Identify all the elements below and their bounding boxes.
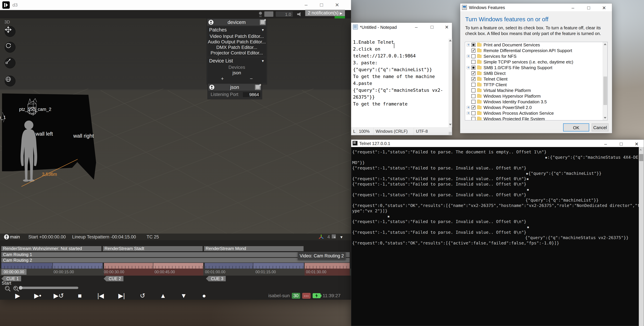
close-button[interactable]: ✕ [599,5,609,11]
feature-checkbox[interactable] [472,117,476,120]
feature-checkbox[interactable] [472,94,476,98]
device-manager-header[interactable]: devicem [208,19,266,26]
listening-port-value[interactable]: 9864 [243,92,260,97]
layer-segment[interactable]: RenderStream Wohnzimmer: Not started [1,246,102,251]
transport-button[interactable]: ▶• [30,292,45,299]
layer-segment[interactable]: RenderStream Stadt [103,246,202,251]
globe-tool-button[interactable] [5,76,16,86]
minimize-button[interactable]: – [411,24,421,30]
resize-grip[interactable] [448,132,452,135]
chevron-down-icon[interactable]: ▼ [261,27,264,33]
transport-button[interactable]: ↺ [135,292,150,299]
device-list-header[interactable]: Device List ▼ [208,57,266,64]
close-button[interactable]: ✕ [632,141,642,147]
layers-icon[interactable] [332,234,336,238]
patch-editor-item[interactable]: Audio Output Patch Editor... [208,39,266,44]
maximize-button[interactable]: □ [316,2,327,8]
scroll-up-icon[interactable]: ^ [640,148,642,153]
maximize-button[interactable]: □ [616,141,626,147]
ok-button[interactable]: OK [563,123,589,132]
remove-device-button[interactable]: − [250,76,253,82]
rotate-tool-button[interactable] [5,42,16,53]
cue-tag[interactable]: CUE 3 [206,276,226,281]
speaker-icon[interactable] [297,12,302,16]
scrollbar-thumb[interactable] [639,154,643,161]
notepad-scrollbar[interactable] [448,39,452,127]
maximize-button[interactable]: □ [427,24,437,30]
volume-value[interactable]: 1.0 [276,11,293,17]
scrollbar-thumb[interactable] [604,77,607,105]
layer-segment[interactable]: RenderStream Mond [204,246,304,251]
expand-icon[interactable] [467,43,470,46]
viewport-mode-label[interactable]: 3D [4,19,10,25]
features-list[interactable]: Print and Document Services Remote Diffe… [465,42,608,120]
feature-row[interactable]: Windows PowerShell 2.0 [465,105,608,110]
feature-checkbox[interactable] [472,54,476,58]
transport-button[interactable]: |◀ [93,292,108,299]
features-title-bar[interactable]: Windows Features – □ ✕ [460,3,612,11]
edit-note-icon[interactable] [255,85,260,90]
transport-button[interactable]: ▶↺ [51,292,66,299]
feature-row[interactable]: Windows Hypervisor Platform [465,93,608,99]
timeline-ruler[interactable]: 00:00:00.0000:00:15.0000:00:30.0000:00:4… [0,269,351,276]
features-scrollbar[interactable] [603,42,608,120]
feature-checkbox[interactable] [472,100,476,104]
feature-checkbox[interactable] [472,111,476,115]
feature-row[interactable]: SMB Direct [465,70,608,76]
camera-label[interactable]: ptz_150_cam_2 [19,107,51,112]
scroll-down-icon[interactable] [449,124,452,125]
feature-row[interactable]: Simple TCPIP services (i.e. echo, daytim… [465,59,608,65]
maximize-button[interactable]: □ [584,5,594,10]
patch-editor-item[interactable]: Projector Control Editor... [208,50,266,56]
feature-row[interactable]: Windows Projected File System [465,116,608,120]
feature-checkbox[interactable] [472,43,476,47]
telnet-scrollbar[interactable]: ^ [639,147,644,326]
d3-title-bar[interactable]: d3 – □ ✕ [0,0,351,10]
notepad-text-area[interactable]: 1.Enable Telnet2.click ontelnet://127.0.… [351,39,448,127]
zoom-slider-handle[interactable] [19,286,22,290]
patch-editor-item[interactable]: Video Input Patch Editor... [208,33,266,39]
transport-button[interactable]: ▶| [114,292,129,299]
close-button[interactable]: ✕ [442,24,452,30]
telnet-title-bar[interactable]: Telnet 127.0.0.1 – □ ✕ [351,140,644,147]
json-device-header[interactable]: json [208,84,261,91]
move-tool-button[interactable] [5,26,16,37]
track-name[interactable]: main [10,234,20,240]
chevron-down-icon[interactable]: ▼ [261,58,264,64]
feature-row[interactable]: SMB 1.0/CIFS File Sharing Support [465,65,608,70]
minimize-button[interactable]: – [600,141,611,147]
add-device-button[interactable]: + [221,76,224,82]
minimize-button[interactable]: – [300,2,312,8]
zoom-in-icon[interactable] [14,286,18,290]
feature-row[interactable]: Virtual Machine Platform [465,88,608,93]
timeline-zoom-slider[interactable] [20,287,78,289]
transport-button[interactable]: ▲ [156,292,170,299]
feature-checkbox[interactable] [472,88,476,92]
feature-row[interactable]: TFTP Client [465,82,608,88]
minimize-button[interactable]: – [568,5,578,10]
scroll-up-icon[interactable] [604,43,606,45]
transport-button[interactable]: ● [196,292,212,299]
feature-row[interactable]: Windows Identity Foundation 3.5 [465,99,608,105]
cancel-button[interactable]: Cancel [592,123,608,132]
expand-icon[interactable] [467,112,470,115]
feature-checkbox[interactable] [472,60,476,64]
collapse-track-button[interactable]: ▼ [340,235,343,239]
feature-row[interactable]: Windows Process Activation Service [465,110,608,116]
mic-icon[interactable] [259,12,262,15]
close-button[interactable]: ✕ [331,2,343,8]
layer-segment[interactable]: Cam Routing 1 [1,252,350,257]
feature-checkbox[interactable] [472,49,476,53]
telnet-output[interactable]: {"request":-1,"status":"Failed to parse.… [351,147,639,326]
feature-row[interactable]: Telnet Client [465,76,608,82]
wall-right-label[interactable]: wall right [73,133,94,139]
patches-header[interactable]: Patches ▼ [208,26,266,33]
scale-tool-button[interactable] [5,58,16,68]
axis-icon[interactable] [318,234,324,240]
stage-viewport[interactable]: ptz_150_cam_2 n_1 wall left wall right 3… [0,18,351,234]
feature-checkbox[interactable] [472,77,476,81]
feature-checkbox[interactable] [472,106,476,110]
feature-checkbox[interactable] [472,66,476,70]
expand-icon[interactable] [467,66,470,69]
transport-button[interactable]: ▶ [10,292,25,299]
